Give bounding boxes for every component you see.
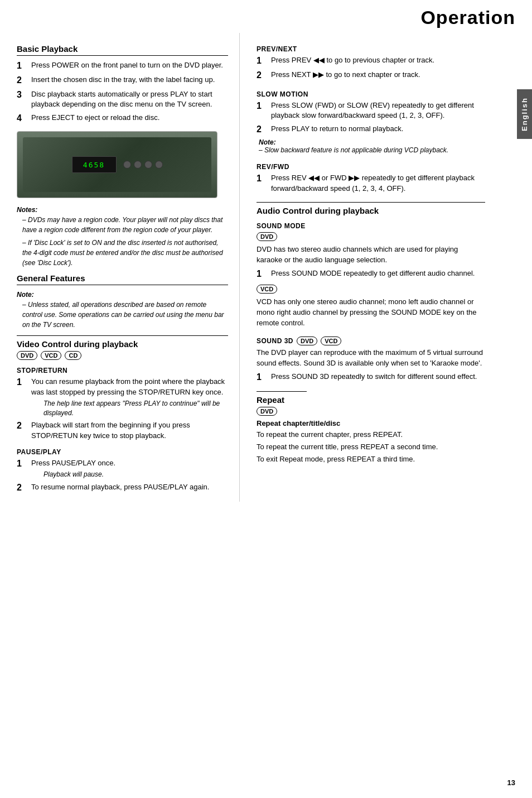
general-features-note: Note: – Unless stated, all operations de…	[17, 290, 228, 330]
dvd-badge: DVD	[17, 351, 37, 360]
sound-3d-header: SOUND 3D DVD VCD	[257, 336, 485, 345]
page-title: Operation	[0, 7, 515, 28]
repeat-chapter-title: Repeat chapter/title/disc	[257, 419, 485, 427]
main-content: Basic Playback 1 Press POWER on the fron…	[0, 33, 532, 502]
list-item: 1 Press SOUND 3D repeatedly to switch fo…	[257, 372, 485, 383]
left-column: Basic Playback 1 Press POWER on the fron…	[0, 33, 240, 502]
repeat-text1: To repeat the current chapter, press REP…	[257, 430, 485, 440]
dvd-player-image: 4658	[17, 131, 217, 198]
slow-motion-note: Note: – Slow backward feature is not app…	[257, 138, 485, 154]
sound-3d-label: SOUND 3D	[257, 337, 293, 345]
stop-return-label: STOP/RETURN	[17, 367, 228, 374]
basic-playback-title: Basic Playback	[17, 44, 228, 56]
list-item: 4 Press EJECT to eject or reload the dis…	[17, 113, 228, 124]
dvd-badge: DVD	[297, 336, 317, 345]
list-item: 2 Insert the chosen disc in the tray, wi…	[17, 75, 228, 86]
vcd-sound-mode-text: VCD has only one stereo audio channel; m…	[257, 297, 485, 329]
dvd-button	[144, 161, 152, 169]
slow-motion-label: SLOW MOTION	[257, 90, 485, 98]
list-item: 3 Disc playback starts automatically or …	[17, 89, 228, 110]
sound-3d-text: The DVD player can reproduce with the ma…	[257, 348, 485, 369]
list-item: 1 You can resume playback from the point…	[17, 377, 228, 417]
vcd-badge: VCD	[321, 336, 341, 345]
language-tab: English	[517, 89, 532, 139]
list-item: 2 Playback will start from the beginning…	[17, 420, 228, 441]
dvd-badge: DVD	[257, 407, 277, 416]
list-item: 1 Press SLOW (FWD) or SLOW (REV) repeate…	[257, 100, 485, 122]
general-features-title: General Features	[17, 273, 228, 285]
cd-badge: CD	[65, 351, 81, 360]
dvd-button	[123, 161, 131, 169]
sound-mode-dvd-badge-row: DVD	[257, 232, 485, 241]
list-item: 2 Press NEXT ▶▶ to go to next chapter or…	[257, 70, 485, 81]
audio-control-title: Audio Control during playback	[257, 206, 485, 215]
dvd-button	[155, 161, 163, 169]
list-item: 1 Press POWER on the front panel to turn…	[17, 60, 228, 72]
repeat-title: Repeat	[257, 395, 485, 405]
sound-3d-section: SOUND 3D DVD VCD The DVD player can repr…	[257, 336, 485, 383]
sound-mode-label: SOUND MODE	[257, 222, 485, 230]
list-item: 1 Press REV ◀◀ or FWD ▶▶ repeatedly to g…	[257, 173, 485, 194]
dvd-badge: DVD	[257, 232, 277, 241]
dvd-display: 4658	[72, 156, 117, 173]
video-control-badges: DVD VCD CD	[17, 351, 228, 360]
list-item: 2 To resume normal playback, press PAUSE…	[17, 482, 228, 494]
dvd-player-body: 4658	[23, 137, 211, 192]
prev-next-label: PREV/NEXT	[257, 45, 485, 53]
dvd-button	[134, 161, 142, 169]
list-item: 1 Press PREV ◀◀ to go to previous chapte…	[257, 55, 485, 67]
right-column: PREV/NEXT 1 Press PREV ◀◀ to go to previ…	[240, 33, 513, 502]
list-item: 2 Press PLAY to return to normal playbac…	[257, 124, 485, 136]
repeat-text3: To exit Repeat mode, press REPEAT a thir…	[257, 454, 485, 465]
video-control-section: Video Control during playback DVD VCD CD…	[17, 335, 228, 493]
repeat-text2: To repeat the current title, press REPEA…	[257, 442, 485, 453]
dvd-buttons	[123, 161, 163, 169]
page-header: Operation	[0, 0, 532, 33]
list-item: 1 Press PAUSE/PLAY once. Playback will p…	[17, 458, 228, 479]
dvd-sound-mode-text: DVD has two stereo audio channels which …	[257, 244, 485, 266]
vcd-badge: VCD	[257, 285, 277, 294]
basic-playback-notes: Notes: – DVDs may have a region code. Yo…	[17, 205, 228, 268]
page-number: 13	[507, 778, 515, 787]
repeat-divider	[257, 391, 307, 395]
list-item: 1 Press SOUND MODE repeatedly to get dif…	[257, 268, 485, 280]
video-control-title: Video Control during playback	[17, 339, 228, 349]
vcd-badge: VCD	[41, 351, 61, 360]
repeat-dvd-badge-row: DVD	[257, 407, 485, 416]
sound-mode-vcd-badge-row: VCD	[257, 285, 485, 294]
audio-control-section: Audio Control during playback SOUND MODE…	[257, 202, 485, 329]
pause-play-label: PAUSE/PLAY	[17, 448, 228, 456]
rev-fwd-label: REV/FWD	[257, 163, 485, 171]
